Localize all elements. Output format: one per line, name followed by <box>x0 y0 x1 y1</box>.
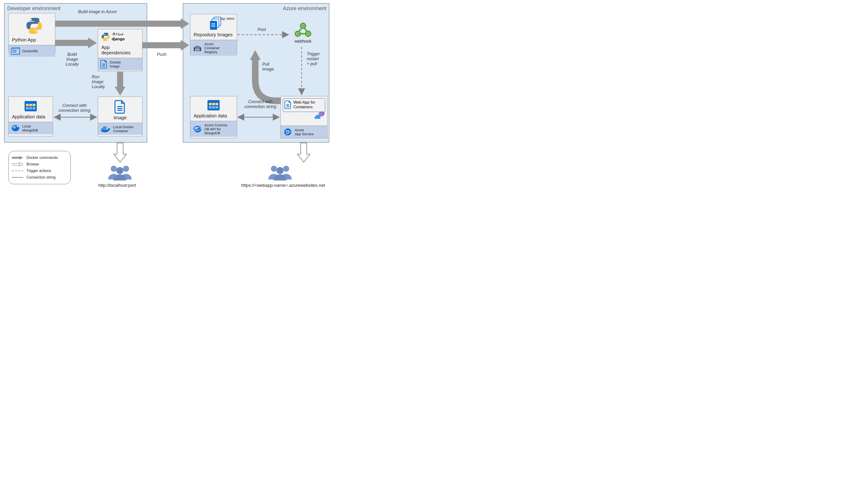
svg-point-45 <box>307 33 309 35</box>
docker-container-icon <box>100 125 111 133</box>
app-data-local-sub-label: Local MongoDB <box>22 124 38 132</box>
svg-rect-48 <box>212 103 215 105</box>
svg-rect-38 <box>197 49 198 51</box>
svg-rect-51 <box>212 106 215 108</box>
svg-rect-28 <box>105 127 106 128</box>
app-service-icon <box>283 128 293 136</box>
tag-latest: tag: latest <box>220 17 234 21</box>
table-azure-icon <box>190 96 237 111</box>
svg-rect-61 <box>319 112 323 117</box>
mongodb-local-icon <box>11 124 20 132</box>
repo-images-card: tag: latest Repository Images Azure Cont… <box>190 14 237 55</box>
app-data-azure-sub-label: Azure Cosmos DB API for MongoDB <box>204 123 227 135</box>
svg-marker-88 <box>19 156 23 160</box>
legend-browse: Browse <box>12 161 65 168</box>
svg-point-64 <box>287 131 289 133</box>
repo-images-title: Repository Images <box>190 31 237 40</box>
build-local-label: Build Image Locally <box>66 52 79 67</box>
trigger-label: Trigger restart + pull <box>307 52 320 66</box>
users-local-icon <box>106 164 134 181</box>
app-data-azure-sub: Azure Cosmos DB API for MongoDB <box>190 121 237 137</box>
app-data-azure-title: Application data <box>190 111 237 121</box>
python-icon <box>9 13 55 35</box>
svg-point-44 <box>297 33 299 35</box>
svg-rect-27 <box>103 127 105 128</box>
python-app-sub-label: Dockerfile <box>22 49 38 53</box>
python-app-title: Python App <box>9 35 55 45</box>
flask-logo: ⚗ Flask <box>112 32 125 36</box>
python-app-card: Python App Dockerfile <box>9 13 55 53</box>
cosmos-icon <box>193 125 202 134</box>
legend-conn: Connection string <box>12 174 65 181</box>
webhook-node: webhook <box>291 23 315 44</box>
svg-point-82 <box>123 166 129 172</box>
svg-rect-52 <box>215 106 218 108</box>
svg-rect-26 <box>105 128 106 130</box>
pull-label: Pull Image <box>262 62 274 72</box>
file-icon <box>98 97 142 114</box>
svg-rect-87 <box>12 157 19 159</box>
svg-point-0 <box>31 19 32 21</box>
svg-point-83 <box>117 167 123 174</box>
app-deps-card: ⚗ Flask django App dependencies Docker I… <box>98 29 143 71</box>
post-label: Post <box>258 27 266 32</box>
svg-rect-24 <box>101 128 103 130</box>
repo-images-sub: Azure Container Registry <box>190 40 237 56</box>
svg-rect-16 <box>29 107 32 109</box>
python-small-icon <box>101 32 110 41</box>
svg-marker-90 <box>19 162 23 166</box>
connect-local-label: Connect with connection string <box>58 103 90 113</box>
connect-azure-label: Connect with connection string <box>244 100 276 109</box>
image-card: Image Local Docker Container <box>98 96 143 136</box>
svg-point-81 <box>111 166 117 172</box>
app-data-local-card: Application data Local MongoDB <box>9 96 53 136</box>
svg-rect-37 <box>195 49 196 51</box>
svg-rect-49 <box>215 103 218 105</box>
svg-point-43 <box>302 25 304 27</box>
svg-point-85 <box>283 166 289 172</box>
app-data-local-sub: Local MongoDB <box>9 122 53 134</box>
image-card-sub: Local Docker Container <box>98 123 142 135</box>
svg-rect-12 <box>26 104 29 106</box>
svg-rect-47 <box>209 103 212 105</box>
svg-rect-25 <box>103 128 105 130</box>
image-card-sub-label: Local Docker Container <box>113 125 134 133</box>
dev-env-title: Developer environment <box>7 5 60 12</box>
table-icon <box>9 97 53 112</box>
azure-env-title: Azure environment <box>283 5 326 12</box>
webapp-inset-title: Web App for Containers <box>294 100 315 109</box>
python-app-sub: Dockerfile <box>9 45 55 57</box>
svg-point-84 <box>271 166 277 172</box>
app-data-local-title: Application data <box>9 112 53 122</box>
app-data-azure-card: Application data Azure Cosmos DB API for… <box>190 96 237 138</box>
legend-box: Docker commands Browse Trigger actions C… <box>9 151 71 184</box>
svg-rect-14 <box>32 104 35 106</box>
webapp-inset: Web App for Containers <box>283 98 325 112</box>
azure-url: https://<webapp-name>.azurewebsites.net <box>241 183 325 188</box>
svg-rect-2 <box>11 49 20 54</box>
cloud-box-icon <box>314 112 326 120</box>
svg-rect-13 <box>29 104 32 106</box>
svg-point-65 <box>284 129 286 131</box>
webhook-icon <box>291 23 315 38</box>
app-deps-sub: Docker Image <box>98 58 142 70</box>
users-azure-icon <box>266 164 294 181</box>
run-local-label: Run Image Locally <box>92 75 105 89</box>
build-azure-label: Build image in Azure <box>78 9 117 14</box>
django-logo: django <box>112 37 125 41</box>
svg-rect-17 <box>32 107 35 109</box>
acr-icon <box>193 44 202 52</box>
legend-docker: Docker commands <box>12 155 65 161</box>
svg-point-6 <box>104 33 105 34</box>
svg-point-56 <box>200 126 201 127</box>
app-deps-sub-label: Docker Image <box>110 60 121 68</box>
webapp-card: Web App for Containers Azure App Service <box>281 96 327 138</box>
webapp-sub: Azure App Service <box>281 126 327 138</box>
svg-rect-72 <box>143 42 181 48</box>
repo-images-sub-label: Azure Container Registry <box>204 42 220 54</box>
svg-point-7 <box>107 40 108 40</box>
image-card-title: Image <box>98 114 142 123</box>
svg-point-19 <box>13 126 16 129</box>
svg-rect-39 <box>198 49 200 51</box>
legend-trigger: Trigger actions <box>12 168 65 174</box>
